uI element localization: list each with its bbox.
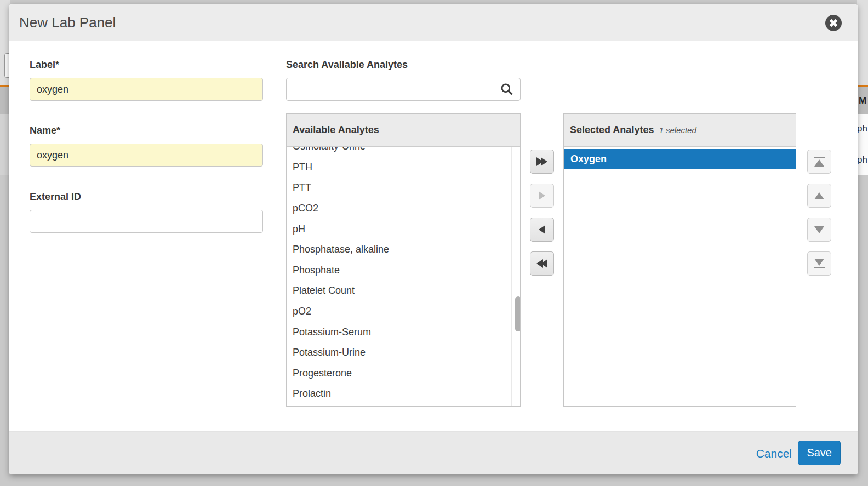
move-all-left-button[interactable]	[530, 251, 554, 276]
selected-analytes-panel: Selected Analytes 1 selected Oxygen	[563, 113, 796, 407]
double-left-icon	[536, 259, 547, 268]
dialog-title: New Lab Panel	[19, 4, 116, 41]
double-right-icon	[536, 157, 547, 166]
up-icon	[814, 192, 824, 199]
available-analyte-item[interactable]: Progesterone	[287, 363, 520, 384]
available-analytes-header: Available Analytes	[287, 114, 520, 147]
selected-analytes-title: Selected Analytes	[570, 124, 654, 136]
search-available-analytes-label: Search Available Analytes	[286, 59, 408, 71]
close-icon	[825, 25, 842, 33]
background-table-row	[0, 114, 10, 144]
available-analyte-item[interactable]: pH	[287, 219, 520, 239]
label-field[interactable]	[30, 78, 263, 101]
available-analyte-item[interactable]: pCO2	[287, 198, 520, 219]
scrollbar-thumb[interactable]	[515, 296, 520, 331]
bottom-icon	[814, 259, 825, 268]
down-icon	[814, 226, 824, 233]
label-field-label: Label*	[30, 59, 59, 71]
scrollbar-track	[511, 147, 512, 406]
search-field-wrap	[286, 78, 521, 101]
background-table-header-cell: M	[857, 87, 868, 114]
move-to-top-button[interactable]	[807, 150, 831, 174]
cancel-button[interactable]: Cancel	[756, 432, 792, 474]
external-id-field[interactable]	[30, 210, 263, 233]
name-field-label: Name*	[30, 125, 60, 136]
dialog-footer: Cancel Save	[9, 431, 858, 474]
top-icon	[814, 157, 825, 167]
available-analyte-item[interactable]: Prolactin	[287, 384, 520, 404]
move-right-button[interactable]	[530, 184, 554, 208]
save-button[interactable]: Save	[798, 441, 841, 465]
background-table-cell: ph	[857, 144, 868, 175]
close-button[interactable]	[825, 14, 842, 32]
available-analyte-item[interactable]: Osmolality-Urine	[287, 147, 520, 157]
left-icon	[539, 225, 545, 234]
available-analytes-panel: Available Analytes Osmolality-UrinePTHPT…	[286, 113, 521, 407]
selected-analyte-item[interactable]: Oxygen	[564, 149, 796, 169]
search-analytes-input[interactable]	[286, 78, 521, 101]
background-page-right-sliver: M ph ph	[857, 0, 868, 486]
new-lab-panel-dialog: New Lab Panel Label* Name* External ID S…	[9, 4, 858, 474]
dialog-header: New Lab Panel	[9, 4, 858, 41]
background-table-cell: ph	[857, 114, 868, 144]
available-analyte-item[interactable]: PTH	[287, 157, 520, 178]
move-down-button[interactable]	[807, 218, 831, 242]
background-page-left-sliver	[0, 0, 10, 486]
move-all-right-button[interactable]	[530, 150, 554, 174]
background-table-header	[0, 87, 10, 114]
available-analyte-item[interactable]: Potassium-Serum	[287, 322, 520, 342]
available-analyte-item[interactable]: PTT	[287, 178, 520, 198]
available-analyte-item[interactable]: Phosphatase, alkaline	[287, 239, 520, 260]
available-analyte-item[interactable]: Platelet Count	[287, 281, 520, 301]
dialog-body: Label* Name* External ID Search Availabl…	[9, 41, 858, 431]
available-analyte-item[interactable]: Potassium-Urine	[287, 342, 520, 363]
external-id-field-label: External ID	[30, 191, 81, 203]
background-toolbar-area	[857, 0, 868, 85]
background-table-row	[0, 144, 10, 175]
available-analyte-item[interactable]: pO2	[287, 301, 520, 322]
available-analytes-title: Available Analytes	[293, 124, 379, 136]
selected-count-badge: 1 selected	[659, 125, 696, 135]
move-to-bottom-button[interactable]	[807, 251, 831, 276]
selected-analytes-list: Oxygen	[564, 147, 796, 406]
available-analytes-list: Osmolality-UrinePTHPTTpCO2pHPhosphatase,…	[287, 147, 520, 406]
move-left-button[interactable]	[530, 218, 554, 242]
right-icon	[539, 191, 545, 200]
name-field[interactable]	[30, 144, 263, 167]
available-analyte-item[interactable]: Phosphate	[287, 260, 520, 281]
move-up-button[interactable]	[807, 184, 831, 208]
selected-analytes-header: Selected Analytes 1 selected	[564, 114, 796, 147]
